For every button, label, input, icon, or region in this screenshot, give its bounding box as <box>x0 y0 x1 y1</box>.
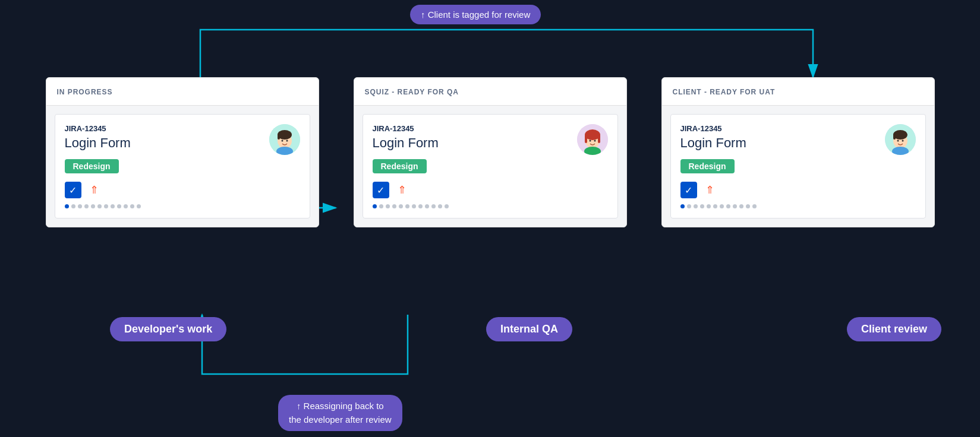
card-title-1: Login Form <box>65 135 300 151</box>
dot <box>91 204 95 208</box>
developer-work-text: Developer's work <box>124 323 212 335</box>
card-icons-1: ✓ ⇑ <box>65 182 300 198</box>
dot <box>707 204 711 208</box>
dot <box>405 204 409 208</box>
column-in-progress: IN PROGRESS <box>46 77 319 227</box>
column-header-client-uat: CLIENT - READY FOR UAT <box>662 78 934 106</box>
priority-icon-3: ⇑ <box>702 182 719 198</box>
column-body-client-uat: JIRA-12345 Login Form Redesign ✓ ⇑ <box>662 106 934 227</box>
dot <box>104 204 108 208</box>
dot <box>71 204 75 208</box>
dot <box>130 204 134 208</box>
dot <box>680 204 685 208</box>
avatar-dev <box>269 124 300 155</box>
priority-icon-2: ⇑ <box>394 182 411 198</box>
dot <box>700 204 704 208</box>
card-tag-1: Redesign <box>65 159 119 173</box>
dot <box>117 204 121 208</box>
dot <box>694 204 698 208</box>
avatar-qa <box>577 124 608 155</box>
card-tag-2: Redesign <box>373 159 427 173</box>
card-icons-3: ✓ ⇑ <box>680 182 916 198</box>
card-squiz-qa: JIRA-12345 Login Form Redesign ✓ ⇑ <box>363 114 618 218</box>
svg-point-7 <box>281 140 283 142</box>
client-review-label: Client review <box>847 317 941 341</box>
svg-point-8 <box>286 140 288 142</box>
card-ticket-1: JIRA-12345 <box>65 124 300 133</box>
dot <box>687 204 691 208</box>
dot <box>418 204 423 208</box>
dot <box>84 204 89 208</box>
column-header-in-progress: IN PROGRESS <box>46 78 319 106</box>
card-dots-1 <box>65 204 300 208</box>
client-review-text: Client review <box>861 323 927 335</box>
check-icon-1: ✓ <box>65 182 81 198</box>
column-body-squiz-qa: JIRA-12345 Login Form Redesign ✓ ⇑ <box>354 106 626 227</box>
svg-point-16 <box>594 140 595 142</box>
internal-qa-text: Internal QA <box>500 323 558 335</box>
dot <box>65 204 69 208</box>
svg-rect-21 <box>893 134 896 140</box>
card-ticket-2: JIRA-12345 <box>373 124 608 133</box>
dot <box>137 204 141 208</box>
dot <box>425 204 429 208</box>
priority-icon-1: ⇑ <box>86 182 103 198</box>
card-ticket-3: JIRA-12345 <box>680 124 916 133</box>
dot <box>399 204 403 208</box>
dot <box>124 204 128 208</box>
svg-point-22 <box>897 140 899 142</box>
client-tagged-text: ↑ Client is tagged for review <box>421 10 530 20</box>
check-icon-2: ✓ <box>373 182 389 198</box>
dot <box>111 204 115 208</box>
dot <box>720 204 724 208</box>
svg-rect-14 <box>598 135 600 143</box>
column-header-text-2: SQUIZ - READY FOR QA <box>365 88 459 96</box>
dot <box>746 204 750 208</box>
dot <box>739 204 743 208</box>
card-title-3: Login Form <box>680 135 916 151</box>
avatar-client <box>885 124 916 155</box>
diagram-container: ↑ Client is tagged for review IN PROGRES… <box>0 0 980 437</box>
dot <box>373 204 377 208</box>
card-in-progress: JIRA-12345 Login Form Redesign ✓ ⇑ <box>55 114 310 218</box>
svg-point-23 <box>902 140 903 142</box>
dot <box>752 204 757 208</box>
dot <box>97 204 102 208</box>
card-dots-2 <box>373 204 608 208</box>
column-header-text: IN PROGRESS <box>57 88 113 96</box>
internal-qa-label: Internal QA <box>486 317 572 341</box>
dot <box>431 204 436 208</box>
dot <box>379 204 383 208</box>
column-squiz-qa: SQUIZ - READY FOR QA <box>354 77 627 227</box>
dot <box>713 204 717 208</box>
check-icon-3: ✓ <box>680 182 697 198</box>
dot <box>78 204 82 208</box>
column-body-in-progress: JIRA-12345 Login Form Redesign ✓ ⇑ <box>46 106 319 227</box>
card-dots-3 <box>680 204 916 208</box>
reassigning-text: ↑ Reassigning back tothe developer after… <box>289 401 392 425</box>
dot <box>386 204 390 208</box>
card-title-2: Login Form <box>373 135 608 151</box>
svg-rect-13 <box>585 135 587 143</box>
column-header-squiz-qa: SQUIZ - READY FOR QA <box>354 78 626 106</box>
svg-rect-6 <box>278 134 280 140</box>
reassigning-label: ↑ Reassigning back tothe developer after… <box>278 395 402 431</box>
card-tag-3: Redesign <box>680 159 735 173</box>
column-header-text-3: CLIENT - READY FOR UAT <box>673 88 776 96</box>
dot <box>392 204 396 208</box>
client-tagged-label: ↑ Client is tagged for review <box>410 5 541 24</box>
card-client-uat: JIRA-12345 Login Form Redesign ✓ ⇑ <box>670 114 926 218</box>
dot <box>438 204 442 208</box>
dot <box>733 204 737 208</box>
column-client-uat: CLIENT - READY FOR UAT <box>661 77 935 227</box>
svg-point-15 <box>589 140 591 142</box>
developer-work-label: Developer's work <box>110 317 226 341</box>
dot <box>445 204 449 208</box>
dot <box>412 204 416 208</box>
dot <box>726 204 730 208</box>
card-icons-2: ✓ ⇑ <box>373 182 608 198</box>
